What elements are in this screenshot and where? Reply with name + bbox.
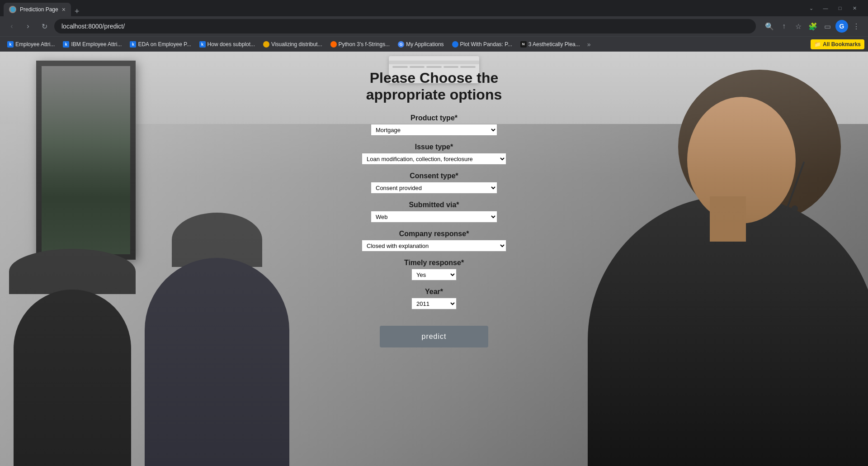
page-content: Please Choose the appropriate options Pr… bbox=[0, 52, 868, 466]
bookmark-favicon-3: k bbox=[130, 41, 136, 48]
person-middle-silhouette bbox=[136, 213, 298, 466]
tab-strip: 🌐 Prediction Page × + bbox=[4, 0, 801, 16]
bookmark-label-6: Python 3's f-Strings... bbox=[339, 41, 390, 48]
submitted-via-select[interactable]: Web Phone Postal mail Email Fax Referral bbox=[371, 211, 497, 223]
consent-type-label: Consent type* bbox=[330, 172, 538, 180]
tab-title: Prediction Page bbox=[20, 6, 58, 13]
bookmark-label-9: 3 Aesthetically Plea... bbox=[528, 41, 580, 48]
bookmark-favicon-2: k bbox=[63, 41, 69, 48]
active-tab[interactable]: 🌐 Prediction Page × bbox=[4, 3, 71, 16]
bookmark-label-3: EDA on Employee P... bbox=[138, 41, 191, 48]
new-tab-button[interactable]: + bbox=[71, 7, 83, 16]
issue-type-label: Issue type* bbox=[330, 143, 538, 151]
url-display: localhost:8000/predict/ bbox=[61, 23, 125, 30]
browser-chrome: 🌐 Prediction Page × + ⌄ — □ ✕ ‹ › ↻ loca… bbox=[0, 0, 868, 52]
address-bar-row: ‹ › ↻ localhost:8000/predict/ 🔍 ↑ ☆ 🧩 ▭ … bbox=[0, 16, 868, 36]
minimize-button[interactable]: — bbox=[819, 2, 832, 14]
person-left-silhouette bbox=[0, 249, 145, 466]
bookmark-favicon-8 bbox=[452, 41, 458, 48]
bookmark-label-7: My Applications bbox=[406, 41, 443, 48]
close-window-button[interactable]: ✕ bbox=[848, 2, 861, 14]
bookmarks-more-button[interactable]: » bbox=[585, 39, 594, 50]
company-response-group: Company response* Closed with explanatio… bbox=[330, 230, 538, 252]
bookmark-label-8: Plot With Pandas: P... bbox=[460, 41, 512, 48]
year-label: Year* bbox=[330, 288, 538, 296]
bookmark-item-5[interactable]: Visualizing distribut... bbox=[259, 39, 326, 49]
submitted-via-group: Submitted via* Web Phone Postal mail Ema… bbox=[330, 201, 538, 223]
tabs-list-button[interactable]: ⌄ bbox=[805, 2, 817, 14]
company-response-label: Company response* bbox=[330, 230, 538, 238]
submitted-via-label: Submitted via* bbox=[330, 201, 538, 209]
extensions-icon[interactable]: 🧩 bbox=[807, 20, 819, 33]
window-controls: ⌄ — □ ✕ bbox=[801, 2, 864, 14]
refresh-button[interactable]: ↻ bbox=[38, 20, 51, 33]
bookmark-item-1[interactable]: k Employee Attri... bbox=[4, 39, 58, 49]
sidebar-icon[interactable]: ▭ bbox=[821, 20, 834, 33]
forward-button[interactable]: › bbox=[22, 20, 34, 33]
timely-response-select[interactable]: Yes No bbox=[411, 269, 457, 281]
all-bookmarks-button[interactable]: 📁 All Bookmarks bbox=[811, 39, 864, 49]
issue-type-group: Issue type* Loan modification, collectio… bbox=[330, 143, 538, 165]
bookmark-item-4[interactable]: k How does subplot... bbox=[196, 39, 259, 49]
tab-favicon: 🌐 bbox=[9, 6, 16, 13]
timely-response-label: Timely response* bbox=[330, 259, 538, 267]
consent-type-group: Consent type* Consent provided Consent n… bbox=[330, 172, 538, 194]
bookmark-favicon-6 bbox=[330, 41, 337, 48]
main-person bbox=[561, 70, 868, 466]
share-icon[interactable]: ↑ bbox=[778, 20, 790, 33]
bookmark-star-icon[interactable]: ☆ bbox=[792, 20, 805, 33]
company-response-select[interactable]: Closed with explanation Closed with reli… bbox=[362, 240, 506, 252]
bookmark-item-9[interactable]: N 3 Aesthetically Plea... bbox=[517, 39, 584, 49]
bookmark-label-2: IBM Employee Attri... bbox=[71, 41, 122, 48]
bookmark-item-8[interactable]: Plot With Pandas: P... bbox=[448, 39, 516, 49]
menu-icon[interactable]: ⋮ bbox=[850, 20, 863, 33]
bookmark-label-5: Visualizing distribut... bbox=[271, 41, 322, 48]
product-type-group: Product type* Mortgage Credit card Stude… bbox=[330, 114, 538, 136]
issue-type-select[interactable]: Loan modification, collection, foreclosu… bbox=[362, 153, 506, 165]
bookmark-favicon-1: k bbox=[7, 41, 14, 48]
bookmark-label-4: How does subplot... bbox=[208, 41, 255, 48]
bookmark-favicon-9: N bbox=[520, 41, 527, 48]
predict-button[interactable]: predict bbox=[380, 326, 488, 347]
bookmark-item-3[interactable]: k EDA on Employee P... bbox=[126, 39, 194, 49]
tab-close-button[interactable]: × bbox=[62, 6, 66, 13]
address-bar[interactable]: localhost:8000/predict/ bbox=[54, 19, 756, 33]
bookmark-favicon-5 bbox=[263, 41, 269, 48]
bookmark-favicon-7: G bbox=[398, 41, 404, 48]
product-type-select[interactable]: Mortgage Credit card Student loan Auto l… bbox=[371, 124, 497, 136]
bookmarks-bar: k Employee Attri... k IBM Employee Attri… bbox=[0, 36, 868, 52]
profile-button[interactable]: G bbox=[835, 20, 848, 33]
form-container: Please Choose the appropriate options Pr… bbox=[330, 70, 538, 347]
search-icon[interactable]: 🔍 bbox=[763, 20, 776, 33]
consent-type-select[interactable]: Consent provided Consent not provided N/… bbox=[371, 182, 497, 194]
bookmark-label-1: Employee Attri... bbox=[15, 41, 55, 48]
all-bookmarks-label: All Bookmarks bbox=[823, 41, 861, 48]
maximize-button[interactable]: □ bbox=[834, 2, 846, 14]
title-bar: 🌐 Prediction Page × + ⌄ — □ ✕ bbox=[0, 0, 868, 16]
year-group: Year* 2011 2012 2013 2014 2015 2016 2017… bbox=[330, 288, 538, 309]
back-button[interactable]: ‹ bbox=[5, 20, 18, 33]
wall-painting bbox=[36, 61, 136, 260]
year-select[interactable]: 2011 2012 2013 2014 2015 2016 2017 2018 … bbox=[411, 298, 457, 309]
bookmark-favicon-4: k bbox=[199, 41, 206, 48]
product-type-label: Product type* bbox=[330, 114, 538, 122]
form-title: Please Choose the appropriate options bbox=[330, 70, 538, 103]
timely-response-group: Timely response* Yes No bbox=[330, 259, 538, 281]
bookmark-item-2[interactable]: k IBM Employee Attri... bbox=[59, 39, 125, 49]
bookmark-item-6[interactable]: Python 3's f-Strings... bbox=[327, 39, 394, 49]
address-bar-icons: 🔍 ↑ ☆ 🧩 ▭ G ⋮ bbox=[763, 20, 863, 33]
bookmark-item-7[interactable]: G My Applications bbox=[394, 39, 447, 49]
